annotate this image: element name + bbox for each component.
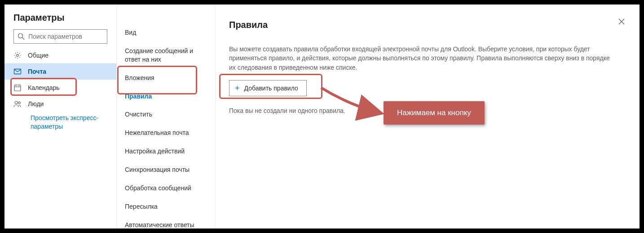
close-icon xyxy=(618,18,625,25)
sidebar-item-label: Календарь xyxy=(28,84,60,91)
mail-subnav: Вид Создание сообщений и ответ на них Вл… xyxy=(117,4,216,229)
annotation-callout: Нажимаем на кнопку xyxy=(384,101,485,125)
subnav-item-layout[interactable]: Вид xyxy=(117,23,215,42)
view-quick-settings-link[interactable]: Просмотреть экспресс-параметры xyxy=(4,112,116,133)
svg-point-0 xyxy=(18,34,23,38)
sidebar-item-people[interactable]: Люди xyxy=(4,96,116,112)
sidebar-item-general[interactable]: Общие xyxy=(4,47,116,63)
people-icon xyxy=(13,100,22,108)
svg-point-12 xyxy=(18,102,20,103)
svg-point-11 xyxy=(15,101,18,104)
sidebar-item-calendar[interactable]: Календарь xyxy=(4,80,116,96)
mail-icon xyxy=(13,67,22,76)
subnav-item-compose-reply[interactable]: Создание сообщений и ответ на них xyxy=(117,42,215,69)
sidebar-item-mail[interactable]: Почта xyxy=(4,63,116,80)
settings-dialog: Параметры Общие Почта xyxy=(4,4,640,229)
subnav-item-forwarding[interactable]: Пересылка xyxy=(117,197,215,216)
sidebar-item-label: Люди xyxy=(28,100,44,108)
search-settings-input-wrap[interactable] xyxy=(13,29,107,44)
plus-icon: + xyxy=(235,84,240,92)
sidebar-title: Параметры xyxy=(4,13,116,29)
subnav-item-junk[interactable]: Нежелательная почта xyxy=(117,124,215,142)
subnav-item-sync-email[interactable]: Синхронизация почты xyxy=(117,161,215,179)
subnav-item-sweep[interactable]: Очистить xyxy=(117,105,215,124)
search-icon xyxy=(18,33,25,40)
search-settings-input[interactable] xyxy=(28,33,107,40)
subnav-item-attachments[interactable]: Вложения xyxy=(117,69,215,87)
add-rule-button[interactable]: + Добавить правило xyxy=(229,80,307,96)
rules-description: Вы можете создавать правила обработки вх… xyxy=(229,45,617,72)
subnav-item-message-handling[interactable]: Обработка сообщений xyxy=(117,179,215,197)
sidebar-item-label: Почта xyxy=(28,68,46,75)
svg-line-1 xyxy=(22,38,25,40)
subnav-item-automatic-replies[interactable]: Автоматические ответы xyxy=(117,216,215,233)
subnav-item-rules[interactable]: Правила xyxy=(117,87,215,106)
close-dialog-button[interactable] xyxy=(618,18,627,27)
panel-heading: Правила xyxy=(229,20,617,30)
calendar-icon xyxy=(13,84,22,92)
svg-rect-4 xyxy=(14,85,21,91)
gear-icon xyxy=(13,51,22,59)
add-rule-label: Добавить правило xyxy=(244,85,298,92)
svg-point-2 xyxy=(17,54,19,57)
settings-sidebar: Параметры Общие Почта xyxy=(4,4,117,229)
subnav-item-customize-actions[interactable]: Настройка действий xyxy=(117,142,215,161)
sidebar-item-label: Общие xyxy=(28,52,49,59)
